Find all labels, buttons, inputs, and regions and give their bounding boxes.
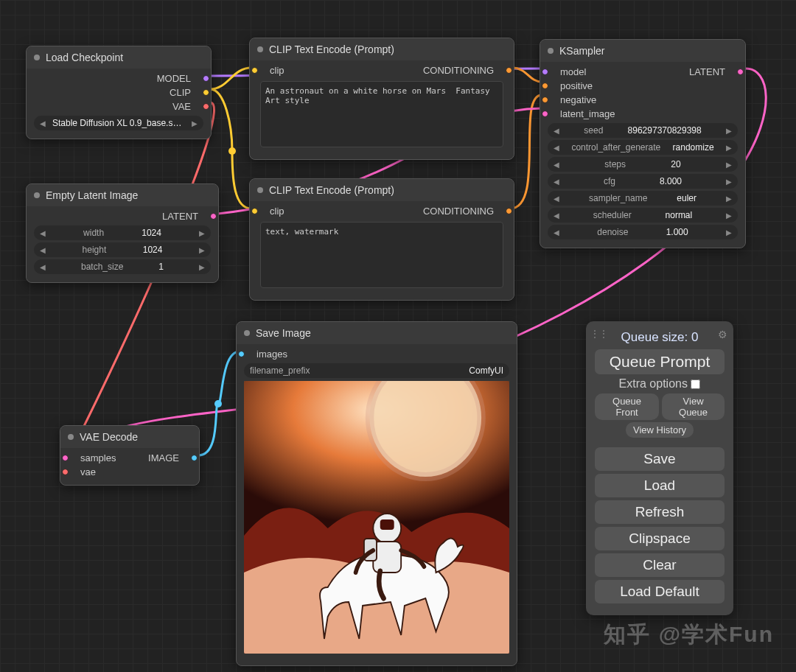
output-port-conditioning[interactable] xyxy=(506,67,512,74)
clear-button[interactable]: Clear xyxy=(595,553,725,577)
node-header[interactable]: Load Checkpoint xyxy=(27,46,211,69)
widget-ckpt-name[interactable]: ◀ Stable Diffusion XL 0.9_base.safetenso… xyxy=(34,116,203,130)
collapse-dot-icon[interactable] xyxy=(34,55,40,60)
extra-options-row[interactable]: Extra options xyxy=(595,377,725,391)
gear-icon[interactable]: ⚙ xyxy=(718,329,727,340)
collapse-dot-icon[interactable] xyxy=(257,187,263,193)
widget-batch-size[interactable]: ◀batch_size1▶ xyxy=(34,259,211,274)
node-title: CLIP Text Encode (Prompt) xyxy=(269,184,394,196)
collapse-dot-icon[interactable] xyxy=(257,46,263,52)
input-port-model[interactable] xyxy=(542,69,548,75)
watermark-text: 知乎 @学术Fun xyxy=(604,620,774,650)
widget-height[interactable]: ◀height1024▶ xyxy=(34,242,211,257)
node-title: VAE Decode xyxy=(80,431,138,443)
input-port-samples[interactable] xyxy=(62,455,69,461)
prompt-textarea[interactable]: text, watermark xyxy=(260,222,503,288)
collapse-dot-icon[interactable] xyxy=(548,48,554,54)
output-port-conditioning[interactable] xyxy=(506,208,512,214)
input-port-images[interactable] xyxy=(238,351,245,357)
output-label: CLIP xyxy=(170,87,191,98)
extra-options-checkbox[interactable] xyxy=(691,379,700,389)
node-title: KSampler xyxy=(559,45,604,57)
output-label: MODEL xyxy=(157,73,191,84)
output-label: LATENT xyxy=(162,211,198,222)
collapse-dot-icon[interactable] xyxy=(34,192,40,198)
view-history-button[interactable]: View History xyxy=(626,422,694,438)
node-load-checkpoint[interactable]: Load Checkpoint MODEL CLIP VAE ◀ Stable … xyxy=(26,46,212,139)
input-port-vae[interactable] xyxy=(62,469,69,475)
node-title: Load Checkpoint xyxy=(46,52,123,63)
chevron-right-icon[interactable]: ▶ xyxy=(192,119,198,127)
output-port-vae[interactable] xyxy=(203,103,209,110)
output-label: VAE xyxy=(172,101,191,112)
save-button[interactable]: Save xyxy=(595,447,725,471)
queue-front-button[interactable]: Queue Front xyxy=(595,393,659,420)
widget-steps[interactable]: ◀steps20▶ xyxy=(548,157,738,172)
node-title: Empty Latent Image xyxy=(46,189,138,201)
node-clip-negative[interactable]: CLIP Text Encode (Prompt) clip CONDITION… xyxy=(249,178,514,301)
widget-width[interactable]: ◀width1024▶ xyxy=(34,225,211,240)
output-port-latent[interactable] xyxy=(210,213,217,220)
load-default-button[interactable]: Load Default xyxy=(595,580,725,603)
input-port-negative[interactable] xyxy=(542,97,548,103)
widget-filename-prefix[interactable]: filename_prefix ComfyUI xyxy=(244,363,509,378)
output-port-image[interactable] xyxy=(191,455,198,461)
view-queue-button[interactable]: View Queue xyxy=(662,393,725,420)
input-port-clip[interactable] xyxy=(251,67,258,74)
svg-rect-7 xyxy=(380,519,394,530)
widget-denoise[interactable]: ◀denoise1.000▶ xyxy=(548,225,738,239)
output-port-latent[interactable] xyxy=(737,69,744,75)
svg-point-0 xyxy=(228,147,236,155)
ckpt-name-value: Stable Diffusion XL 0.9_base.safetensors xyxy=(52,118,185,128)
chevron-left-icon[interactable]: ◀ xyxy=(40,119,46,127)
control-panel[interactable]: ⋮⋮ ⚙ Queue size: 0 Queue Prompt Extra op… xyxy=(586,321,733,615)
widget-seed[interactable]: ◀seed896297370829398▶ xyxy=(548,123,738,138)
queue-prompt-button[interactable]: Queue Prompt xyxy=(595,349,725,374)
svg-point-1 xyxy=(214,400,222,407)
widget-control-after-generate[interactable]: ◀control_after_generaterandomize▶ xyxy=(548,140,738,155)
widget-scheduler[interactable]: ◀schedulernormal▶ xyxy=(548,208,738,223)
node-title: Save Image xyxy=(256,327,311,339)
node-clip-positive[interactable]: CLIP Text Encode (Prompt) clip CONDITION… xyxy=(249,38,514,160)
image-preview[interactable] xyxy=(244,381,509,654)
node-vae-decode[interactable]: VAE Decode samplesIMAGE vae xyxy=(60,425,200,486)
input-port-positive[interactable] xyxy=(542,83,548,89)
node-empty-latent[interactable]: Empty Latent Image LATENT ◀width1024▶ ◀h… xyxy=(26,183,219,283)
widget-cfg[interactable]: ◀cfg8.000▶ xyxy=(548,174,738,189)
node-ksampler[interactable]: KSampler modelLATENT positive negative l… xyxy=(540,39,746,248)
prompt-textarea[interactable]: An astronaut on a white horse on Mars Fa… xyxy=(260,81,503,147)
node-title: CLIP Text Encode (Prompt) xyxy=(269,43,394,55)
load-button[interactable]: Load xyxy=(595,474,725,497)
output-port-clip[interactable] xyxy=(203,89,209,96)
node-save-image[interactable]: Save Image images filename_prefix ComfyU… xyxy=(236,321,517,666)
input-port-clip[interactable] xyxy=(251,208,258,214)
collapse-dot-icon[interactable] xyxy=(244,330,250,336)
node-header[interactable]: Empty Latent Image xyxy=(27,184,218,206)
refresh-button[interactable]: Refresh xyxy=(595,500,725,524)
drag-handle-icon[interactable]: ⋮⋮ xyxy=(590,329,608,339)
widget-sampler-name[interactable]: ◀sampler_nameeuler▶ xyxy=(548,191,738,206)
clipspace-button[interactable]: Clipspace xyxy=(595,527,725,550)
input-port-latent[interactable] xyxy=(542,111,548,117)
output-port-model[interactable] xyxy=(203,75,209,82)
collapse-dot-icon[interactable] xyxy=(68,434,74,440)
queue-size-label: Queue size: 0 xyxy=(595,330,725,345)
